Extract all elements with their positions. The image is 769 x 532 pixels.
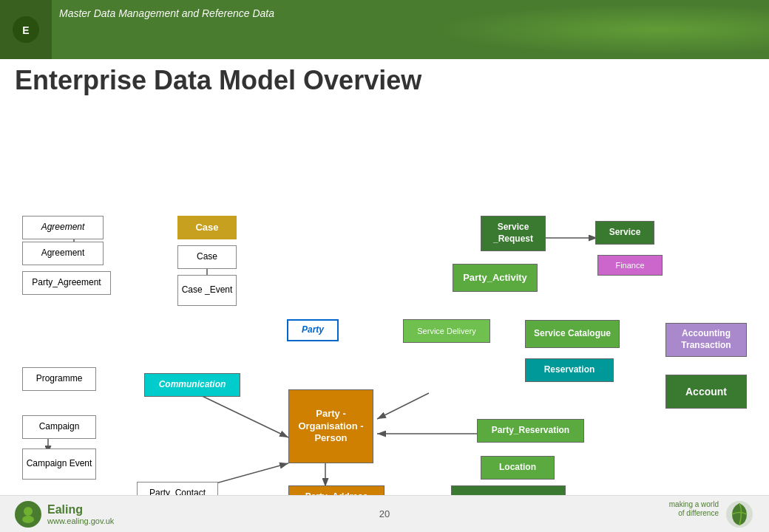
- header-logo: E: [0, 0, 52, 59]
- arrows-svg: [0, 101, 769, 522]
- party-agreement-node: Party_Agreement: [22, 271, 111, 295]
- service-node: Service: [595, 221, 654, 245]
- party-reservation-node: Party_Reservation: [477, 419, 584, 443]
- agreement-italic-node: Agreement: [22, 216, 104, 239]
- case-bold-node: Case: [177, 216, 237, 239]
- campaign-event-node: Campaign Event: [22, 449, 96, 480]
- svg-line-11: [377, 393, 429, 419]
- finance-node: Finance: [597, 255, 663, 276]
- footer-url: www.ealing.gov.uk: [47, 516, 114, 525]
- programme-node: Programme: [22, 367, 96, 391]
- party-activity-node: Party_Activity: [453, 264, 538, 292]
- reservation-node: Reservation: [525, 358, 614, 382]
- service-request-node: Service _Request: [481, 216, 546, 251]
- diagram-area: Agreement Agreement Party_Agreement Case…: [0, 101, 769, 522]
- page-title: Enterprise Data Model Overview: [0, 59, 769, 100]
- footer-org-name: Ealing: [47, 503, 114, 516]
- account-node: Account: [665, 375, 747, 409]
- accounting-transaction-node: Accounting Transaction: [665, 323, 747, 357]
- communication-node: Communication: [144, 373, 240, 397]
- party-org-person-node: Party - Organisation - Person: [288, 389, 373, 463]
- header-banner: E Master Data Management and Reference D…: [0, 0, 769, 59]
- case-event-node: Case _Event: [177, 275, 237, 306]
- banner-texture: [399, 0, 769, 59]
- party-label-node: Party: [287, 319, 339, 341]
- svg-line-13: [196, 393, 288, 437]
- agreement-node: Agreement: [22, 242, 104, 265]
- footer-logo-area: Ealing www.ealing.gov.uk: [15, 501, 114, 528]
- svg-point-16: [22, 516, 34, 523]
- campaign-node: Campaign: [22, 415, 96, 439]
- footer-page-number: 20: [379, 508, 390, 519]
- svg-text:E: E: [22, 24, 29, 36]
- footer-tagline: making a worldof difference: [669, 499, 754, 529]
- svg-point-15: [24, 507, 33, 516]
- footer: Ealing www.ealing.gov.uk 20 making a wor…: [0, 495, 769, 532]
- case-node: Case: [177, 245, 237, 269]
- header-subtitle: Master Data Management and Reference Dat…: [59, 7, 274, 19]
- service-catalogue-node: Service Catalogue: [525, 320, 620, 348]
- service-delivery-node: Service Delivery: [403, 319, 490, 343]
- footer-logo-circle: [15, 501, 41, 528]
- location-node: Location: [481, 456, 555, 480]
